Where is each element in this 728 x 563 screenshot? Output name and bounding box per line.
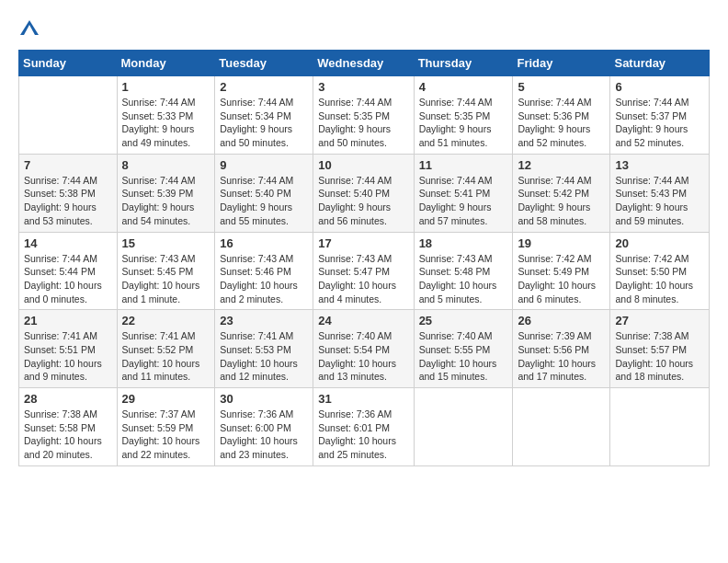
daylight-text: Daylight: 9 hours and 52 minutes. (518, 123, 590, 148)
day-number: 20 (615, 236, 704, 250)
daylight-text: Daylight: 9 hours and 58 minutes. (518, 201, 590, 226)
sunrise-text: Sunrise: 7:40 AM (318, 330, 392, 341)
sunrise-text: Sunrise: 7:44 AM (24, 175, 97, 186)
sunset-text: Sunset: 5:35 PM (318, 110, 390, 121)
day-number: 2 (220, 80, 308, 94)
calendar-cell: 18 Sunrise: 7:43 AM Sunset: 5:48 PM Dayl… (414, 232, 513, 310)
sunrise-text: Sunrise: 7:40 AM (419, 330, 493, 341)
calendar-week-row: 14 Sunrise: 7:44 AM Sunset: 5:44 PM Dayl… (19, 232, 710, 310)
day-number: 18 (419, 236, 508, 250)
day-number: 19 (518, 236, 605, 250)
day-info: Sunrise: 7:43 AM Sunset: 5:47 PM Dayligh… (318, 252, 408, 306)
calendar-cell: 21 Sunrise: 7:41 AM Sunset: 5:51 PM Dayl… (19, 310, 118, 388)
sunset-text: Sunset: 5:42 PM (518, 188, 589, 199)
daylight-text: Daylight: 10 hours and 1 minute. (122, 280, 200, 304)
day-info: Sunrise: 7:44 AM Sunset: 5:34 PM Dayligh… (220, 96, 308, 150)
day-number: 16 (220, 236, 308, 250)
day-info: Sunrise: 7:44 AM Sunset: 5:33 PM Dayligh… (122, 96, 210, 150)
day-number: 26 (518, 314, 605, 327)
day-info: Sunrise: 7:39 AM Sunset: 5:56 PM Dayligh… (518, 329, 605, 384)
daylight-text: Daylight: 10 hours and 15 minutes. (419, 358, 497, 383)
daylight-text: Daylight: 9 hours and 50 minutes. (318, 123, 391, 148)
sunset-text: Sunset: 5:49 PM (518, 266, 589, 277)
daylight-text: Daylight: 10 hours and 8 minutes. (615, 280, 693, 304)
sunset-text: Sunset: 5:50 PM (615, 266, 687, 277)
day-info: Sunrise: 7:44 AM Sunset: 5:36 PM Dayligh… (518, 96, 605, 150)
sunset-text: Sunset: 5:37 PM (615, 110, 687, 121)
sunrise-text: Sunrise: 7:44 AM (419, 175, 493, 186)
sunset-text: Sunset: 5:54 PM (318, 344, 390, 355)
day-number: 31 (318, 392, 408, 406)
daylight-text: Daylight: 9 hours and 57 minutes. (419, 201, 492, 226)
sunset-text: Sunset: 5:36 PM (518, 110, 589, 121)
sunrise-text: Sunrise: 7:37 AM (122, 408, 196, 419)
calendar-cell: 9 Sunrise: 7:44 AM Sunset: 5:40 PM Dayli… (215, 154, 313, 232)
day-number: 25 (419, 314, 508, 327)
day-number: 29 (122, 392, 210, 406)
day-number: 14 (24, 236, 112, 250)
sunset-text: Sunset: 5:53 PM (220, 344, 291, 355)
daylight-text: Daylight: 9 hours and 52 minutes. (615, 123, 688, 148)
daylight-text: Daylight: 9 hours and 55 minutes. (220, 201, 292, 226)
sunset-text: Sunset: 5:40 PM (220, 188, 291, 199)
daylight-text: Daylight: 10 hours and 9 minutes. (24, 358, 102, 383)
daylight-text: Daylight: 9 hours and 49 minutes. (122, 123, 195, 148)
sunrise-text: Sunrise: 7:44 AM (122, 97, 196, 108)
calendar-cell: 28 Sunrise: 7:38 AM Sunset: 5:58 PM Dayl… (19, 388, 118, 466)
day-number: 17 (318, 236, 408, 250)
calendar-cell: 8 Sunrise: 7:44 AM Sunset: 5:39 PM Dayli… (117, 154, 215, 232)
calendar-cell: 7 Sunrise: 7:44 AM Sunset: 5:38 PM Dayli… (19, 154, 118, 232)
calendar-cell: 24 Sunrise: 7:40 AM Sunset: 5:54 PM Dayl… (313, 310, 414, 388)
day-number: 7 (24, 158, 112, 172)
calendar-cell: 3 Sunrise: 7:44 AM Sunset: 5:35 PM Dayli… (313, 76, 414, 155)
day-info: Sunrise: 7:44 AM Sunset: 5:41 PM Dayligh… (419, 174, 508, 228)
day-number: 21 (24, 314, 112, 327)
sunrise-text: Sunrise: 7:44 AM (220, 97, 293, 108)
day-info: Sunrise: 7:44 AM Sunset: 5:42 PM Dayligh… (518, 174, 605, 228)
calendar-cell: 13 Sunrise: 7:44 AM Sunset: 5:43 PM Dayl… (610, 154, 710, 232)
sunrise-text: Sunrise: 7:42 AM (615, 253, 688, 264)
calendar-cell: 20 Sunrise: 7:42 AM Sunset: 5:50 PM Dayl… (610, 232, 710, 310)
daylight-text: Daylight: 9 hours and 50 minutes. (220, 123, 292, 148)
day-info: Sunrise: 7:44 AM Sunset: 5:35 PM Dayligh… (318, 96, 408, 150)
day-number: 28 (24, 392, 112, 406)
day-number: 12 (518, 158, 605, 172)
sunset-text: Sunset: 5:57 PM (615, 344, 687, 355)
sunrise-text: Sunrise: 7:44 AM (518, 175, 591, 186)
sunset-text: Sunset: 5:56 PM (518, 344, 589, 355)
calendar-cell: 2 Sunrise: 7:44 AM Sunset: 5:34 PM Dayli… (215, 76, 313, 155)
sunset-text: Sunset: 5:41 PM (419, 188, 491, 199)
day-number: 23 (220, 314, 308, 327)
calendar-cell: 14 Sunrise: 7:44 AM Sunset: 5:44 PM Dayl… (19, 232, 118, 310)
day-info: Sunrise: 7:44 AM Sunset: 5:40 PM Dayligh… (318, 174, 408, 228)
sunrise-text: Sunrise: 7:44 AM (220, 175, 293, 186)
calendar-cell: 12 Sunrise: 7:44 AM Sunset: 5:42 PM Dayl… (513, 154, 610, 232)
day-info: Sunrise: 7:42 AM Sunset: 5:50 PM Dayligh… (615, 252, 704, 306)
logo-icon (18, 18, 40, 40)
daylight-text: Daylight: 10 hours and 13 minutes. (318, 358, 396, 383)
daylight-text: Daylight: 10 hours and 23 minutes. (220, 435, 298, 460)
sunset-text: Sunset: 5:59 PM (122, 422, 194, 433)
calendar-cell: 27 Sunrise: 7:38 AM Sunset: 5:57 PM Dayl… (610, 310, 710, 388)
calendar-cell: 1 Sunrise: 7:44 AM Sunset: 5:33 PM Dayli… (117, 76, 215, 155)
daylight-text: Daylight: 9 hours and 56 minutes. (318, 201, 391, 226)
sunrise-text: Sunrise: 7:43 AM (122, 253, 196, 264)
sunrise-text: Sunrise: 7:41 AM (122, 330, 196, 341)
day-number: 24 (318, 314, 408, 327)
sunset-text: Sunset: 5:58 PM (24, 422, 96, 433)
calendar-week-row: 7 Sunrise: 7:44 AM Sunset: 5:38 PM Dayli… (19, 154, 710, 232)
daylight-text: Daylight: 10 hours and 22 minutes. (122, 435, 200, 460)
sunset-text: Sunset: 5:46 PM (220, 266, 291, 277)
sunset-text: Sunset: 5:52 PM (122, 344, 194, 355)
calendar-cell: 23 Sunrise: 7:41 AM Sunset: 5:53 PM Dayl… (215, 310, 313, 388)
calendar-cell (610, 388, 710, 466)
weekday-header: Wednesday (313, 51, 414, 76)
daylight-text: Daylight: 10 hours and 5 minutes. (419, 280, 497, 304)
page-header (18, 18, 710, 40)
sunset-text: Sunset: 5:34 PM (220, 110, 291, 121)
sunrise-text: Sunrise: 7:38 AM (615, 330, 688, 341)
weekday-header: Friday (513, 51, 610, 76)
calendar-cell: 10 Sunrise: 7:44 AM Sunset: 5:40 PM Dayl… (313, 154, 414, 232)
daylight-text: Daylight: 10 hours and 20 minutes. (24, 435, 102, 460)
sunrise-text: Sunrise: 7:44 AM (615, 97, 688, 108)
